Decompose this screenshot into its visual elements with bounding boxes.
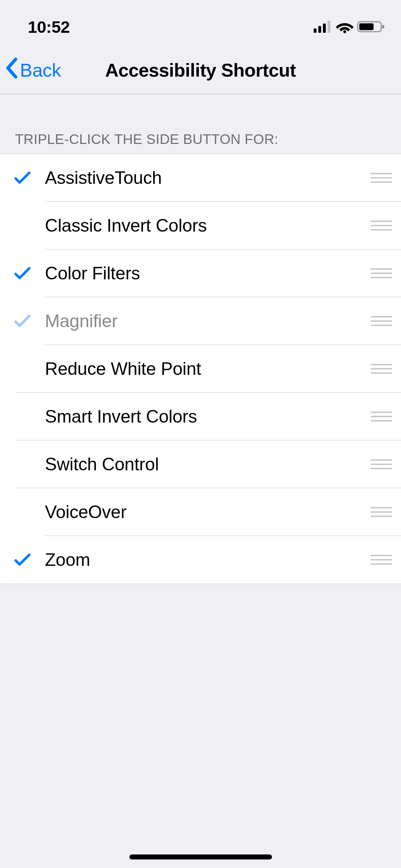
reorder-handle-icon[interactable] — [362, 173, 401, 183]
svg-rect-6 — [359, 24, 374, 30]
shortcut-row[interactable]: Smart Invert Colors — [0, 393, 401, 440]
shortcut-label: VoiceOver — [45, 502, 362, 522]
checkmark-icon — [0, 266, 45, 280]
svg-rect-3 — [328, 21, 330, 33]
reorder-handle-icon[interactable] — [362, 221, 401, 231]
shortcut-row[interactable]: Zoom — [0, 536, 401, 584]
home-indicator — [129, 854, 272, 859]
shortcut-label: Zoom — [45, 549, 362, 570]
reorder-handle-icon[interactable] — [362, 316, 401, 326]
svg-rect-0 — [314, 29, 317, 33]
reorder-handle-icon[interactable] — [362, 555, 401, 565]
back-button[interactable]: Back — [4, 57, 61, 83]
back-label: Back — [20, 60, 61, 81]
wifi-icon — [336, 20, 354, 33]
reorder-handle-icon[interactable] — [362, 268, 401, 278]
svg-rect-7 — [382, 25, 384, 29]
reorder-handle-icon[interactable] — [362, 364, 401, 374]
chevron-left-icon — [4, 57, 20, 83]
svg-point-4 — [343, 30, 346, 33]
shortcut-row[interactable]: AssistiveTouch — [0, 154, 401, 202]
status-icons — [314, 20, 385, 33]
shortcut-row[interactable]: Switch Control — [0, 440, 401, 488]
checkmark-icon — [0, 171, 45, 185]
shortcut-label: Magnifier — [45, 311, 362, 331]
checkmark-icon — [0, 314, 45, 328]
shortcut-label: Smart Invert Colors — [45, 406, 362, 427]
reorder-handle-icon[interactable] — [362, 412, 401, 422]
shortcut-label: Switch Control — [45, 454, 362, 475]
shortcut-row[interactable]: Magnifier — [0, 297, 401, 345]
battery-icon — [357, 20, 385, 33]
shortcut-label: AssistiveTouch — [45, 167, 362, 188]
shortcut-row[interactable]: Reduce White Point — [0, 345, 401, 393]
shortcut-label: Reduce White Point — [45, 358, 362, 379]
reorder-handle-icon[interactable] — [362, 459, 401, 469]
shortcut-label: Classic Invert Colors — [45, 215, 362, 236]
shortcut-label: Color Filters — [45, 263, 362, 284]
shortcut-list: AssistiveTouchClassic Invert ColorsColor… — [0, 154, 401, 584]
reorder-handle-icon[interactable] — [362, 507, 401, 517]
navigation-bar: Back Accessibility Shortcut — [0, 46, 401, 94]
status-time: 10:52 — [28, 17, 70, 37]
svg-rect-2 — [323, 24, 326, 33]
section-header: TRIPLE-CLICK THE SIDE BUTTON FOR: — [0, 94, 401, 154]
cellular-icon — [314, 21, 332, 33]
shortcut-row[interactable]: Classic Invert Colors — [0, 202, 401, 249]
status-bar: 10:52 — [0, 0, 401, 46]
shortcut-row[interactable]: Color Filters — [0, 249, 401, 297]
checkmark-icon — [0, 553, 45, 567]
svg-rect-1 — [318, 26, 321, 33]
shortcut-row[interactable]: VoiceOver — [0, 488, 401, 536]
